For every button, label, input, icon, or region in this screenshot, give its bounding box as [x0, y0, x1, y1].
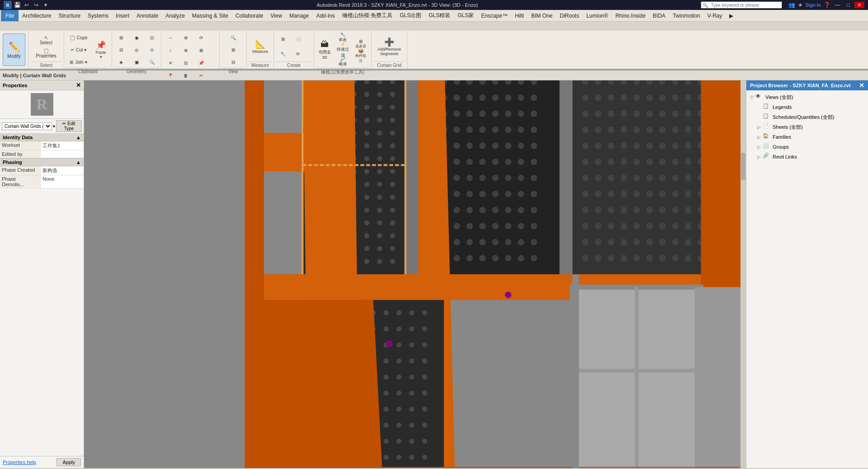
- search-input[interactable]: [709, 3, 777, 8]
- geom-btn-4[interactable]: ◉: [129, 32, 144, 43]
- pb-item-sheets[interactable]: ▷ 📄 Sheets (全部): [748, 122, 866, 132]
- properties-help-link[interactable]: Properties help: [3, 460, 36, 465]
- view-btn-3[interactable]: ⊟: [224, 56, 242, 68]
- view-btn-2[interactable]: ⊞: [224, 44, 242, 56]
- cope-button[interactable]: 📋 Cope: [66, 32, 91, 43]
- scrollbar-vertical[interactable]: [741, 80, 746, 468]
- viewport[interactable]: TOP N LEFT FRONT 3D View: (3D - Enzo): [84, 80, 746, 468]
- modify-tool-8[interactable]: ⊟: [179, 57, 193, 69]
- modify-tool-7[interactable]: ✕: [163, 57, 178, 69]
- menu-insert[interactable]: Insert: [112, 10, 133, 21]
- geom-btn-2[interactable]: ⊟: [114, 44, 128, 56]
- properties-button[interactable]: 📋 Properties: [30, 47, 62, 60]
- modify-tool-2[interactable]: ⊕: [179, 32, 193, 43]
- menu-gls-home[interactable]: GLS家: [454, 10, 477, 21]
- geom-btn-3[interactable]: ◈: [114, 56, 128, 68]
- menu-lumion[interactable]: Lumion®: [583, 10, 612, 21]
- qa-undo[interactable]: ↩: [23, 1, 31, 9]
- pb-item-legends[interactable]: 📋 Legends: [748, 102, 866, 112]
- pb-item-schedules[interactable]: 📋 Schedules/Quantities (全部): [748, 112, 866, 122]
- help-icon[interactable]: ❓: [824, 2, 830, 8]
- menu-view[interactable]: View: [267, 10, 286, 21]
- type-selector-arrow[interactable]: ▾: [53, 124, 55, 129]
- modify-tool-1[interactable]: ↔: [163, 32, 178, 43]
- modify-tool-10[interactable]: 📍: [163, 70, 178, 81]
- menu-structure[interactable]: Structure: [55, 10, 84, 21]
- menu-file[interactable]: File: [1, 10, 19, 21]
- menu-rhino[interactable]: Rhino.Inside: [612, 10, 649, 21]
- menu-manage[interactable]: Manage: [286, 10, 312, 21]
- groups-expand-icon[interactable]: ▷: [757, 145, 763, 150]
- modify-tool-5[interactable]: ⊗: [179, 44, 193, 56]
- properties-close-icon[interactable]: ✕: [76, 82, 81, 89]
- qa-options[interactable]: ▾: [42, 1, 50, 9]
- modify-tool-4[interactable]: ↕: [163, 44, 178, 56]
- menu-enscape[interactable]: Enscape™: [477, 10, 511, 21]
- menu-gls-draw[interactable]: GLS出图: [396, 10, 425, 21]
- geom-btn-5[interactable]: ◎: [129, 44, 144, 56]
- menu-annotate[interactable]: Annotate: [133, 10, 162, 21]
- select-button[interactable]: ↖ Select: [30, 34, 62, 47]
- revit-links-expand-icon[interactable]: ▷: [757, 155, 763, 159]
- phasing-header[interactable]: Phasing ▲: [0, 158, 84, 166]
- search-box[interactable]: 🔍: [701, 1, 782, 9]
- geom-btn-6[interactable]: ▣: [129, 56, 144, 68]
- qa-save[interactable]: 💾: [13, 1, 21, 9]
- olive-annotate-btn[interactable]: 📦构件批注: [352, 50, 369, 62]
- menu-hilti[interactable]: Hilti: [511, 10, 528, 21]
- menu-addins[interactable]: Add-Ins: [312, 10, 338, 21]
- qa-redo[interactable]: ↪: [32, 1, 40, 9]
- modify-tool-11[interactable]: 🗑: [179, 70, 193, 81]
- menu-diroots[interactable]: DiRoots: [556, 10, 583, 21]
- measure-btn[interactable]: 📐 Measure: [251, 35, 269, 58]
- geom-btn-7[interactable]: ⊡: [145, 32, 159, 43]
- pb-item-families[interactable]: ▷ 🏠 Families: [748, 132, 866, 142]
- menu-twinmotion[interactable]: Twinmotion: [669, 10, 704, 21]
- modify-tool-3[interactable]: ⟳: [194, 32, 208, 43]
- menu-vray[interactable]: V-Ray: [704, 10, 726, 21]
- menu-architecture[interactable]: Architecture: [19, 10, 55, 21]
- menu-bimone[interactable]: BIM One: [528, 10, 556, 21]
- geom-btn-8[interactable]: ⊙: [145, 44, 159, 56]
- modify-tool-6[interactable]: ⊠: [194, 44, 208, 56]
- modify-button[interactable]: ✏️ Modify: [3, 33, 25, 66]
- cut-button[interactable]: ✂ Cut ▾: [66, 44, 91, 56]
- apply-button[interactable]: Apply: [57, 458, 81, 466]
- views-expand-icon[interactable]: ▽: [750, 95, 755, 100]
- menu-more[interactable]: ▶: [726, 10, 737, 21]
- close-btn[interactable]: ✕: [854, 2, 864, 8]
- menu-massing[interactable]: Massing & Site: [189, 10, 232, 21]
- scrollbar-thumb[interactable]: [741, 153, 745, 180]
- menu-collaborate[interactable]: Collaborate: [232, 10, 267, 21]
- pb-item-groups[interactable]: ▷ ⬜ Groups: [748, 142, 866, 152]
- view-btn-1[interactable]: 🔍: [224, 32, 242, 43]
- pb-item-revit-links[interactable]: ▷ 🔗 Revit Links: [748, 152, 866, 162]
- type-selector-dropdown[interactable]: Curtain Wall Grids (: [2, 122, 52, 130]
- geom-btn-9[interactable]: 🔍: [145, 56, 159, 68]
- pb-item-views[interactable]: ▽ 👁 Views (全部): [748, 92, 866, 102]
- add-remove-segments-btn[interactable]: ➕ Add/Remove Segments: [373, 33, 405, 60]
- project-browser-close-icon[interactable]: ✕: [859, 82, 864, 89]
- create-btn-1[interactable]: ⊞: [276, 33, 290, 45]
- geom-btn-1[interactable]: ⊞: [114, 32, 128, 43]
- olive-3d-btn[interactable]: 🏔 包围盒3D: [316, 36, 333, 63]
- minimize-btn[interactable]: —: [833, 2, 842, 8]
- menu-gls-deco[interactable]: GLS精装: [425, 10, 454, 21]
- sheets-expand-icon[interactable]: ▷: [757, 125, 763, 130]
- olive-filter2-btn[interactable]: 🔎稀薄: [334, 56, 351, 68]
- olive-filter1-btn[interactable]: ⚡快速过滤: [334, 44, 351, 56]
- edit-type-button[interactable]: ✏ Edit Type: [56, 120, 82, 132]
- create-btn-4[interactable]: ⟳: [291, 48, 305, 60]
- create-btn-2[interactable]: ⬜: [291, 33, 305, 45]
- sign-in-label[interactable]: Sign In: [806, 2, 821, 8]
- menu-olive[interactable]: 橄榄山快模·免费工具: [339, 10, 396, 21]
- families-expand-icon[interactable]: ▷: [757, 135, 763, 140]
- modify-tool-9[interactable]: 📌: [194, 57, 208, 69]
- maximize-btn[interactable]: □: [845, 2, 852, 8]
- menu-analyze[interactable]: Analyze: [162, 10, 189, 21]
- menu-systems[interactable]: Systems: [84, 10, 112, 21]
- identity-data-header[interactable]: Identity Data ▲: [0, 134, 84, 141]
- modify-tool-12[interactable]: ✂: [194, 70, 208, 81]
- join-button[interactable]: ⊞ Join ▾: [66, 56, 91, 68]
- olive-multiselect-btn[interactable]: ⊞选多层: [352, 38, 369, 50]
